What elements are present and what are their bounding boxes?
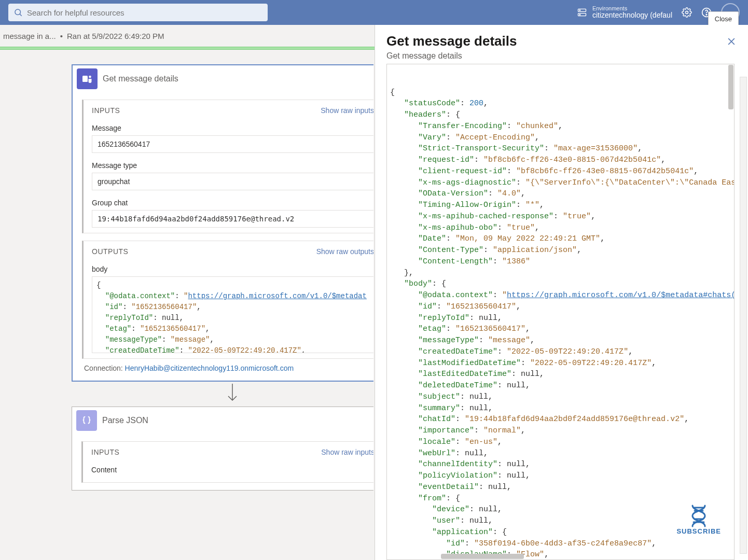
groupchat-value: 19:44b18fafd6d94aa2bd0f24add859176e@thre… bbox=[92, 210, 373, 228]
connection-link[interactable]: HenryHabib@citizentechnology119.onmicros… bbox=[125, 364, 294, 372]
connection-row: Connection: HenryHabib@citizentechnology… bbox=[82, 359, 373, 373]
outputs-title: OUTPUTS bbox=[92, 247, 128, 256]
content-label: Content bbox=[91, 466, 373, 474]
flow-canvas: Get message details INPUTS Show raw inpu… bbox=[0, 50, 373, 560]
step-title: Parse JSON bbox=[102, 416, 148, 425]
breadcrumb-item[interactable]: message in a... bbox=[3, 32, 56, 40]
run-timestamp: Ran at 5/9/2022 6:49:20 PM bbox=[67, 32, 164, 40]
gear-icon[interactable] bbox=[682, 7, 692, 18]
search-icon bbox=[13, 8, 23, 17]
teams-icon bbox=[77, 68, 98, 89]
svg-point-4 bbox=[579, 10, 580, 11]
svg-point-6 bbox=[686, 11, 688, 14]
subscribe-label: SUBSCRIBE bbox=[676, 527, 721, 535]
step-title: Get message details bbox=[103, 74, 178, 83]
dna-icon bbox=[686, 502, 711, 527]
environment-name: citizentechnology (defaul bbox=[592, 11, 672, 19]
top-bar: Environments citizentechnology (defaul C… bbox=[0, 0, 748, 25]
body-label: body bbox=[92, 265, 373, 273]
messagetype-value: groupchat bbox=[92, 173, 373, 190]
scrollbar-track[interactable] bbox=[740, 77, 747, 554]
outputs-panel: OUTPUTS Show raw outputs body { "@odata.… bbox=[82, 241, 373, 359]
svg-point-8 bbox=[706, 14, 707, 15]
show-raw-outputs-link[interactable]: Show raw outputs bbox=[316, 247, 373, 256]
message-label: Message bbox=[92, 124, 373, 132]
inputs-panel: INPUTS Show raw inputs Content bbox=[81, 441, 373, 483]
inputs-panel: INPUTS Show raw inputs Message 165213656… bbox=[82, 100, 373, 233]
search-input[interactable] bbox=[27, 8, 262, 17]
step-header[interactable]: Parse JSON bbox=[72, 407, 373, 434]
svg-point-10 bbox=[89, 76, 91, 78]
groupchat-label: Group chat bbox=[92, 199, 373, 207]
step-parse-json[interactable]: Parse JSON INPUTS Show raw inputs Conten… bbox=[72, 407, 373, 491]
environment-label: Environments bbox=[592, 5, 672, 11]
json-response-box[interactable]: { "statusCode": 200, "headers": { "Trans… bbox=[386, 64, 735, 560]
show-raw-inputs-link[interactable]: Show raw inputs bbox=[321, 106, 373, 115]
environment-icon bbox=[577, 7, 587, 18]
subscribe-widget[interactable]: SUBSCRIBE bbox=[676, 502, 721, 535]
flow-arrow bbox=[72, 382, 373, 407]
step-header[interactable]: Get message details bbox=[73, 65, 373, 92]
details-title: Get message details bbox=[386, 33, 517, 49]
svg-point-5 bbox=[579, 14, 580, 15]
connection-label: Connection: bbox=[84, 364, 123, 372]
message-value: 1652136560417 bbox=[92, 135, 373, 153]
body-json-preview[interactable]: { "@odata.context": "https://graph.micro… bbox=[92, 276, 373, 353]
search-box[interactable] bbox=[8, 4, 268, 21]
close-icon[interactable] bbox=[726, 36, 737, 47]
svg-line-1 bbox=[20, 14, 21, 16]
details-pane: Get message details Get message details … bbox=[375, 25, 748, 560]
show-raw-inputs-link[interactable]: Show raw inputs bbox=[321, 448, 373, 456]
details-subtitle: Get message details bbox=[375, 51, 748, 63]
inputs-title: INPUTS bbox=[91, 448, 119, 456]
scrollbar-thumb[interactable] bbox=[728, 65, 733, 109]
close-tooltip: Close bbox=[708, 11, 739, 26]
inputs-title: INPUTS bbox=[92, 106, 120, 115]
json-icon bbox=[76, 410, 97, 431]
messagetype-label: Message type bbox=[92, 161, 373, 170]
environment-picker[interactable]: Environments citizentechnology (defaul bbox=[577, 5, 672, 19]
svg-point-0 bbox=[15, 9, 21, 15]
svg-rect-9 bbox=[82, 76, 88, 82]
separator-dot: • bbox=[60, 32, 63, 40]
step-get-message-details[interactable]: Get message details INPUTS Show raw inpu… bbox=[72, 64, 373, 382]
horizontal-scrollbar[interactable] bbox=[441, 554, 524, 559]
